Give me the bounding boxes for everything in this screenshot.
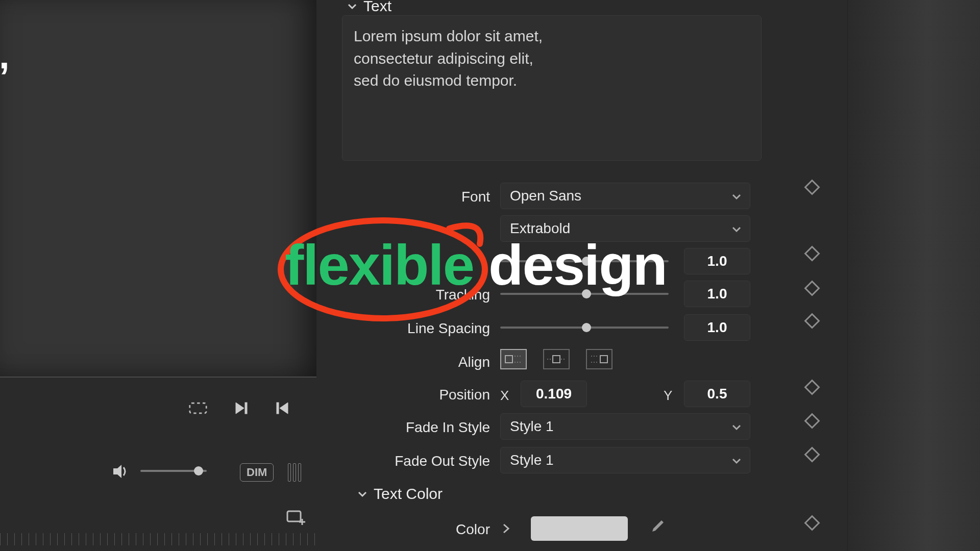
chevron-down-icon	[730, 421, 743, 433]
add-layer-icon	[286, 508, 306, 526]
size-slider-thumb[interactable]	[582, 257, 591, 266]
fade-out-dropdown[interactable]: Style 1	[500, 447, 750, 473]
keyframe-line-spacing[interactable]	[804, 313, 820, 329]
prev-button[interactable]	[273, 399, 291, 417]
preview-line-2: g elit,	[0, 86, 10, 146]
fade-out-value: Style 1	[510, 452, 554, 468]
svg-rect-6	[287, 511, 301, 521]
text-section-label: Text	[363, 0, 391, 15]
volume-slider[interactable]	[140, 470, 207, 472]
line-spacing-label: Line Spacing	[357, 320, 490, 337]
dim-button[interactable]: DIM	[240, 463, 274, 482]
keyframe-column	[806, 0, 837, 551]
font-value: Open Sans	[510, 188, 581, 204]
align-right-button[interactable]	[586, 349, 612, 369]
svg-rect-9	[505, 356, 512, 363]
preview-text-block: t amet, g elit, or.	[0, 26, 10, 207]
svg-rect-15	[600, 356, 607, 363]
align-center-button[interactable]	[543, 349, 570, 369]
tracking-slider-thumb[interactable]	[582, 289, 591, 298]
preview-line-1: t amet,	[0, 26, 10, 86]
chevron-down-icon	[730, 455, 743, 467]
next-button[interactable]	[232, 399, 251, 417]
inspector-panel: Text Lorem ipsum dolor sit amet, consect…	[327, 0, 776, 551]
position-y-label: Y	[664, 388, 672, 404]
svg-marker-1	[236, 403, 244, 414]
chevron-right-icon	[501, 522, 511, 535]
keyframe-color[interactable]	[804, 515, 820, 531]
line-spacing-slider-thumb[interactable]	[582, 323, 591, 332]
align-right-icon	[589, 354, 609, 364]
right-edge-strip	[847, 0, 980, 551]
svg-marker-5	[113, 465, 121, 478]
svg-rect-0	[190, 403, 206, 413]
transport-controls	[0, 378, 316, 439]
size-slider[interactable]	[500, 260, 669, 262]
speaker-icon-svg	[111, 462, 130, 481]
preview-viewer: t amet, g elit, or.	[0, 0, 316, 378]
eyedropper-button[interactable]	[648, 518, 666, 538]
keyframe-position[interactable]	[804, 379, 820, 395]
timeline-ruler[interactable]	[0, 533, 316, 545]
font-weight-value: Extrabold	[510, 220, 570, 237]
prev-icon	[275, 400, 290, 416]
position-x-input[interactable]: 0.109	[521, 381, 587, 407]
keyframe-tracking[interactable]	[804, 280, 820, 296]
fade-in-label: Fade In Style	[357, 419, 490, 436]
keyframe-fade-out[interactable]	[804, 446, 820, 462]
position-y-input[interactable]: 0.5	[684, 381, 750, 407]
size-value-input[interactable]: 1.0	[684, 248, 750, 274]
keyframe-fade-in[interactable]	[804, 413, 820, 429]
line-spacing-value-input[interactable]: 1.0	[684, 314, 750, 341]
speaker-icon[interactable]	[111, 462, 130, 483]
text-content-input[interactable]: Lorem ipsum dolor sit amet, consectetur …	[342, 15, 762, 161]
align-center-icon	[546, 354, 567, 364]
next-icon	[234, 400, 249, 416]
loop-icon	[189, 400, 207, 416]
chevron-down-icon	[730, 223, 743, 235]
timeline-bar	[0, 503, 316, 551]
text-section-header[interactable]: Text	[346, 0, 391, 16]
fade-in-dropdown[interactable]: Style 1	[500, 413, 750, 440]
position-label: Position	[357, 387, 490, 403]
font-dropdown[interactable]: Open Sans	[500, 183, 750, 209]
preview-line-3: or.	[0, 146, 10, 207]
volume-row: DIM	[0, 454, 316, 490]
align-left-icon	[503, 354, 524, 364]
volume-slider-thumb[interactable]	[194, 466, 203, 475]
tracking-label: Tracking	[357, 287, 490, 303]
loop-button[interactable]	[189, 399, 207, 417]
svg-rect-12	[553, 356, 560, 363]
svg-rect-2	[245, 403, 247, 414]
audio-meter	[286, 463, 304, 482]
text-color-section-header[interactable]: Text Color	[356, 484, 443, 504]
color-swatch[interactable]	[531, 516, 628, 541]
text-color-section-label: Text Color	[374, 485, 443, 503]
tracking-slider[interactable]	[500, 293, 669, 295]
svg-marker-4	[280, 403, 288, 414]
eyedropper-icon	[648, 518, 666, 536]
tracking-value-input[interactable]: 1.0	[684, 281, 750, 307]
color-expand-button[interactable]	[501, 522, 511, 537]
fade-in-value: Style 1	[510, 418, 554, 435]
fade-out-label: Fade Out Style	[357, 453, 490, 469]
chevron-down-icon	[730, 190, 743, 203]
font-label: Font	[357, 189, 490, 205]
color-label: Color	[357, 521, 490, 538]
keyframe-font[interactable]	[804, 179, 820, 195]
font-weight-dropdown[interactable]: Extrabold	[500, 215, 750, 242]
keyframe-size[interactable]	[804, 245, 820, 261]
add-layer-button[interactable]	[286, 508, 306, 528]
position-x-label: X	[500, 388, 509, 404]
line-spacing-slider[interactable]	[500, 327, 669, 329]
svg-rect-3	[277, 403, 279, 414]
align-left-button[interactable]	[500, 349, 527, 369]
align-label: Align	[357, 354, 490, 370]
chevron-down-icon	[346, 0, 358, 12]
chevron-down-icon	[356, 488, 369, 500]
